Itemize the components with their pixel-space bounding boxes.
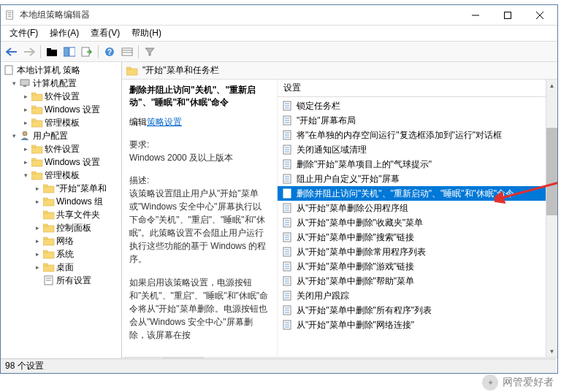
close-button[interactable] xyxy=(524,6,556,25)
scroll-up-icon[interactable]: ▲ xyxy=(546,80,557,91)
setting-item[interactable]: 从"开始"菜单中删除"网络连接" xyxy=(278,318,557,332)
menu-file[interactable]: 文件(F) xyxy=(4,26,44,41)
forward-button[interactable] xyxy=(21,44,37,60)
expander-icon[interactable]: ▾ xyxy=(9,131,18,140)
scroll-down-icon[interactable]: ▼ xyxy=(546,345,557,357)
list-scrollbar[interactable]: ▲ ▼ xyxy=(546,80,557,357)
setting-label: 将"在单独的内存空间运行"复选框添加到"运行"对话框 xyxy=(297,129,502,142)
tree-user-software[interactable]: ▸软件设置 xyxy=(1,142,121,155)
expander-icon[interactable]: ▸ xyxy=(21,92,30,101)
setting-item[interactable]: 从"开始"菜单中删除常用程序列表 xyxy=(278,245,557,259)
edit-policy-link[interactable]: 策略设置 xyxy=(147,117,182,127)
tree-root[interactable]: 本地计算机 策略 xyxy=(1,64,121,77)
svg-rect-46 xyxy=(43,265,54,272)
setting-label: 从"开始"菜单删除公用程序组 xyxy=(297,202,408,215)
setting-item[interactable]: 关闭通知区域清理 xyxy=(278,142,557,157)
setting-item[interactable]: 锁定任务栏 xyxy=(278,99,557,113)
expander-icon[interactable]: ▸ xyxy=(21,105,30,114)
tree-user-templates[interactable]: ▾管理模板 xyxy=(1,169,121,182)
tree-network[interactable]: ▸网络 xyxy=(1,234,121,247)
svg-text:?: ? xyxy=(107,48,112,56)
setting-item[interactable]: 从"开始"菜单中删除"搜索"链接 xyxy=(278,230,557,245)
toolbar: ? xyxy=(1,42,557,62)
tree-user-config[interactable]: ▾用户配置 xyxy=(1,129,121,142)
expander-icon[interactable]: ▸ xyxy=(33,263,42,272)
tree-windows-components[interactable]: ▸Windows 组 xyxy=(1,195,121,208)
app-icon xyxy=(5,9,15,21)
expander-icon[interactable]: ▸ xyxy=(33,250,42,258)
svg-rect-36 xyxy=(43,199,54,206)
minimize-button[interactable] xyxy=(459,6,492,25)
expander-icon[interactable]: ▸ xyxy=(21,118,30,127)
requirements-value: Windows 2000 及以上版本 xyxy=(129,151,270,164)
help-button[interactable]: ? xyxy=(102,44,118,60)
maximize-button[interactable] xyxy=(492,6,524,25)
folder-icon xyxy=(126,66,138,76)
path-bar: "开始"菜单和任务栏 xyxy=(122,62,557,80)
setting-item[interactable]: 删除"开始"菜单项目上的"气球提示" xyxy=(278,157,557,172)
policy-title: 删除并阻止访问"关机"、"重新启动"、"睡眠"和"休眠"命令 xyxy=(129,84,270,109)
setting-item[interactable]: 阻止用户自定义"开始"屏幕 xyxy=(278,172,557,186)
tree-control-panel[interactable]: ▸控制面板 xyxy=(1,221,121,234)
tree-computer-config[interactable]: ▾计算机配置 xyxy=(1,77,121,90)
tree-pane[interactable]: 本地计算机 策略 ▾计算机配置 ▸软件设置 ▸Windows 设置 ▸管理模板 … xyxy=(1,62,122,373)
svg-rect-39 xyxy=(43,211,47,213)
back-button[interactable] xyxy=(4,44,20,60)
svg-rect-47 xyxy=(43,264,47,266)
svg-rect-32 xyxy=(31,173,42,180)
setting-item[interactable]: 从"开始"菜单中删除"所有程序"列表 xyxy=(278,303,557,318)
svg-rect-34 xyxy=(43,186,54,193)
settings-list-pane[interactable]: 设置 锁定任务栏"开始"屏幕布局将"在单独的内存空间运行"复选框添加到"运行"对… xyxy=(278,80,557,357)
setting-item[interactable]: 将"在单独的内存空间运行"复选框添加到"运行"对话框 xyxy=(278,128,557,142)
svg-rect-19 xyxy=(20,80,29,85)
expander-icon[interactable]: ▸ xyxy=(33,223,42,232)
svg-rect-43 xyxy=(43,237,47,239)
expander-icon[interactable]: ▸ xyxy=(33,237,42,245)
scroll-thumb[interactable] xyxy=(546,128,557,215)
tree-comp-software[interactable]: ▸软件设置 xyxy=(1,90,121,103)
tree-shared-folders[interactable]: 共享文件夹 xyxy=(1,208,121,221)
svg-rect-40 xyxy=(43,226,54,232)
setting-item[interactable]: 从"开始"菜单中删除"收藏夹"菜单 xyxy=(278,215,557,230)
tree-system[interactable]: ▸系统 xyxy=(1,247,121,261)
tree-desktop[interactable]: ▸桌面 xyxy=(1,261,121,274)
tree-comp-templates[interactable]: ▸管理模板 xyxy=(1,116,121,129)
expander-icon[interactable]: ▸ xyxy=(21,158,30,166)
svg-rect-38 xyxy=(43,212,54,219)
svg-rect-45 xyxy=(43,250,47,253)
menu-help[interactable]: 帮助(H) xyxy=(126,26,167,41)
expander-icon[interactable]: ▸ xyxy=(33,184,42,193)
tree-comp-windows[interactable]: ▸Windows 设置 xyxy=(1,103,121,116)
svg-rect-22 xyxy=(31,93,36,95)
setting-item[interactable]: "开始"屏幕布局 xyxy=(278,113,557,128)
svg-rect-25 xyxy=(31,120,42,127)
status-count: 98 个设置 xyxy=(5,360,44,372)
expander-icon[interactable]: ▾ xyxy=(9,79,18,88)
tree-user-windows[interactable]: ▸Windows 设置 xyxy=(1,155,121,169)
svg-rect-44 xyxy=(43,252,54,258)
setting-item[interactable]: 从"开始"菜单中删除"帮助"菜单 xyxy=(278,274,557,288)
setting-item[interactable]: 关闭用户跟踪 xyxy=(278,288,557,303)
column-header-setting[interactable]: 设置 xyxy=(278,80,557,97)
expander-icon[interactable]: ▸ xyxy=(21,145,30,153)
setting-label: "开始"屏幕布局 xyxy=(297,115,356,127)
setting-label: 从"开始"菜单中删除常用程序列表 xyxy=(297,246,426,258)
setting-item[interactable]: 删除并阻止访问"关机"、"重新启动"、"睡眠"和"休眠"命令 xyxy=(278,186,557,201)
view-toggle-button[interactable] xyxy=(61,44,77,60)
export-button[interactable] xyxy=(79,44,95,60)
expander-icon[interactable]: ▾ xyxy=(21,171,30,180)
tree-all-settings[interactable]: 所有设置 xyxy=(1,274,121,287)
properties-button[interactable] xyxy=(119,44,135,60)
setting-item[interactable]: 从"开始"菜单删除公用程序组 xyxy=(278,201,557,215)
statusbar: 98 个设置 xyxy=(1,358,556,373)
expander-icon[interactable]: ▸ xyxy=(33,197,42,206)
path-text: "开始"菜单和任务栏 xyxy=(142,64,219,77)
up-button[interactable] xyxy=(44,44,60,60)
filter-button[interactable] xyxy=(142,44,158,60)
detail-pane: "开始"菜单和任务栏 删除并阻止访问"关机"、"重新启动"、"睡眠"和"休眠"命… xyxy=(122,62,557,373)
tree-start-menu[interactable]: ▸"开始"菜单和 xyxy=(1,182,121,195)
setting-item[interactable]: 从"开始"菜单中删除"游戏"链接 xyxy=(278,259,557,274)
menu-view[interactable]: 查看(V) xyxy=(85,26,126,41)
menu-action[interactable]: 操作(A) xyxy=(44,26,85,41)
requirements-label: 要求: xyxy=(129,139,270,151)
